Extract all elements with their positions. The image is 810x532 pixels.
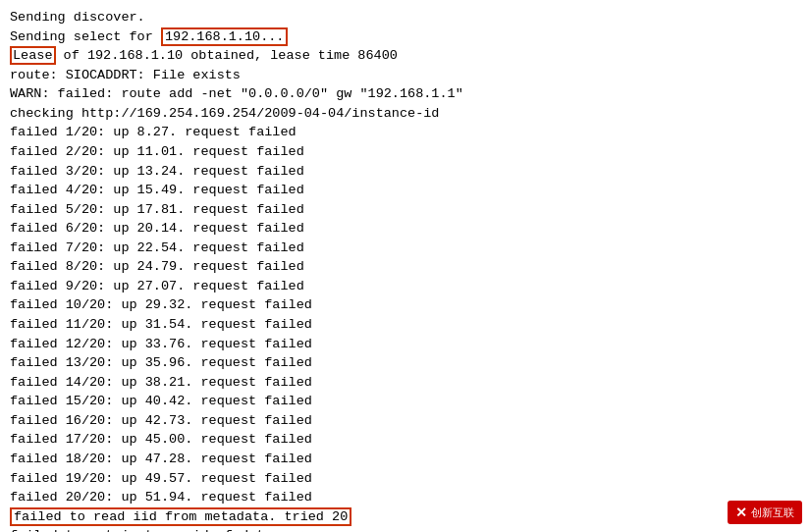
terminal-error-line: failed to read iid from metadata. tried … (10, 507, 800, 527)
terminal-line: failed 16/20: up 42.73. request failed (10, 411, 800, 431)
terminal-line: failed 20/20: up 51.94. request failed (10, 488, 800, 507)
terminal-line: failed 2/20: up 11.01. request failed (10, 142, 800, 162)
watermark-icon: ✕ (735, 505, 747, 520)
terminal-line: failed 14/20: up 38.21. request failed (10, 373, 800, 393)
terminal-line: failed 18/20: up 47.28. request failed (10, 450, 800, 469)
terminal-line: Sending discover. (10, 8, 800, 27)
error-highlight: failed to read iid from metadata. tried … (10, 507, 351, 526)
lease-word: Lease (10, 46, 56, 65)
terminal-line: Lease of 192.168.1.10 obtained, lease ti… (10, 46, 800, 66)
terminal-line: route: SIOCADDRT: File exists (10, 66, 800, 85)
terminal-line: failed 6/20: up 20.14. request failed (10, 219, 800, 239)
terminal-line: failed 15/20: up 40.42. request failed (10, 392, 800, 411)
terminal-line: failed 17/20: up 45.00. request failed (10, 430, 800, 450)
terminal-line: failed 1/20: up 8.27. request failed (10, 123, 800, 142)
terminal-line: failed 8/20: up 24.79. request failed (10, 257, 800, 277)
terminal-output: Sending discover. Sending select for 192… (0, 0, 810, 532)
terminal-line: failed to get instance-id of datasource (10, 526, 800, 532)
terminal-line: failed 12/20: up 33.76. request failed (10, 335, 800, 354)
terminal-line: failed 13/20: up 35.96. request failed (10, 353, 800, 373)
terminal-line: failed 10/20: up 29.32. request failed (10, 295, 800, 315)
terminal-line: checking http://169.254.169.254/2009-04-… (10, 104, 800, 124)
terminal-line: Sending select for 192.168.1.10... (10, 27, 800, 47)
terminal-line: failed 11/20: up 31.54. request failed (10, 315, 800, 335)
terminal-line: failed 9/20: up 27.07. request failed (10, 277, 800, 296)
terminal-line: failed 7/20: up 22.54. request failed (10, 239, 800, 258)
terminal-line: failed 3/20: up 13.24. request failed (10, 162, 800, 182)
ip-highlight: 192.168.1.10... (161, 27, 289, 46)
terminal-line: failed 19/20: up 49.57. request failed (10, 469, 800, 489)
terminal-line: WARN: failed: route add -net "0.0.0.0/0"… (10, 84, 800, 104)
watermark-badge: ✕ 创新互联 (728, 501, 802, 524)
terminal-line: failed 5/20: up 17.81. request failed (10, 200, 800, 220)
terminal-line: failed 4/20: up 15.49. request failed (10, 181, 800, 200)
watermark-text: 创新互联 (751, 505, 794, 520)
